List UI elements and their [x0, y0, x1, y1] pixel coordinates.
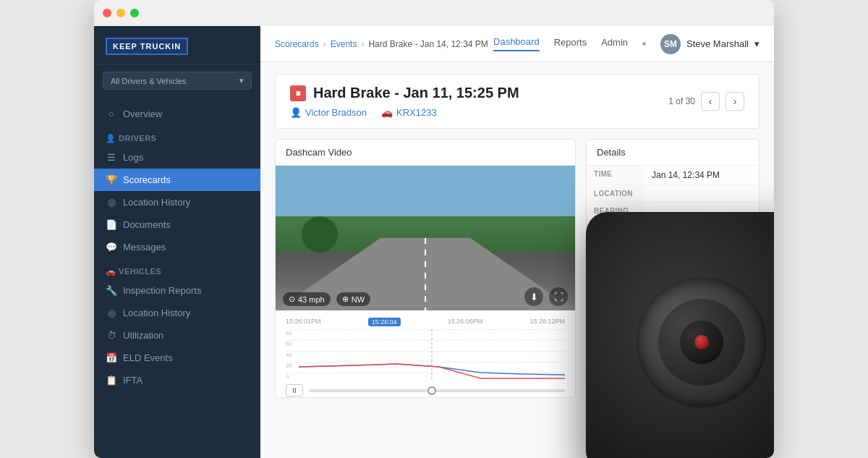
sidebar-item-label: Documents	[123, 219, 171, 230]
sidebar-item-logs[interactable]: ☰ Logs	[94, 146, 260, 169]
dashcam-label: Dashcam Video	[276, 140, 575, 166]
sidebar-item-ifta[interactable]: 📋 IFTA	[94, 369, 260, 391]
scrubber-track[interactable]	[309, 389, 565, 392]
detail-key-time: TIME	[587, 166, 644, 185]
app-window: KEEP TRUCKIN All Drivers & Vehicles ▾ ○ …	[94, 0, 774, 458]
sidebar-item-messages[interactable]: 💬 Messages	[94, 236, 260, 258]
next-page-button[interactable]: ›	[726, 92, 744, 111]
topbar-nav: Dashboard Reports Admin SM Steve Marshal…	[493, 34, 760, 54]
breadcrumb-scorecards[interactable]: Scorecards	[275, 39, 319, 49]
chart-play-button[interactable]: ⏸	[286, 384, 303, 396]
user-menu[interactable]: SM Steve Marshall ▾	[660, 34, 760, 54]
minimize-button[interactable]	[116, 9, 125, 17]
details-title: Details	[587, 140, 759, 166]
sidebar-item-location-history-drivers[interactable]: ◎ Location History	[94, 191, 260, 213]
detail-row-location: LOCATION	[587, 185, 759, 203]
location-icon: ◎	[106, 308, 117, 318]
filter-label: All Drivers & Vehicles	[111, 77, 187, 85]
sidebar-item-eld-events[interactable]: 📅 ELD Events	[94, 347, 260, 369]
group-icon: 👤	[106, 134, 116, 143]
prev-page-button[interactable]: ‹	[701, 92, 720, 111]
svg-point-3	[302, 216, 338, 253]
maximize-button[interactable]	[130, 9, 139, 17]
detail-val-time: Jan 14, 12:34 PM	[644, 166, 727, 185]
detail-row-time: TIME Jan 14, 12:34 PM	[587, 166, 759, 185]
nav-admin[interactable]: Admin	[601, 37, 628, 51]
sidebar-item-scorecards[interactable]: 🏆 Scorecards	[94, 169, 260, 191]
pagination-count: 1 of 30	[668, 96, 695, 106]
drivers-group-label: 👤 Drivers	[94, 125, 260, 146]
avatar: SM	[660, 34, 681, 54]
sidebar-item-label: IFTA	[123, 375, 142, 386]
logs-icon: ☰	[106, 152, 117, 163]
speed-badge: ⊙ 43 mph	[283, 292, 331, 306]
driver-filter-button[interactable]: All Drivers & Vehicles ▾	[103, 72, 252, 90]
event-header-left: ■ Hard Brake - Jan 11, 15:25 PM 👤 Victor…	[290, 85, 519, 118]
chart-area: 80 60 40 20	[286, 329, 565, 380]
camera-device	[586, 212, 774, 458]
overview-icon: ○	[106, 109, 117, 119]
messages-icon: 💬	[106, 242, 117, 253]
topbar: Scorecards › Events › Hard Brake - Jan 1…	[260, 26, 774, 62]
camera-lens-core	[694, 335, 709, 349]
camera-lens-mid	[658, 299, 745, 386]
hard-brake-icon: ■	[290, 85, 306, 101]
trees-left	[291, 209, 349, 253]
breadcrumb: Scorecards › Events › Hard Brake - Jan 1…	[275, 39, 488, 49]
sidebar-nav: ○ Overview 👤 Drivers ☰ Logs 🏆 Scorecards…	[94, 103, 260, 391]
documents-icon: 📄	[106, 219, 117, 230]
location-icon: ◎	[106, 197, 117, 208]
sidebar-item-label: Scorecards	[123, 174, 171, 185]
sidebar-item-documents[interactable]: 📄 Documents	[94, 213, 260, 236]
driver-icon: 👤	[290, 107, 302, 118]
scrubber-thumb[interactable]	[427, 386, 436, 395]
logo-truckin: TRUCKIN	[140, 42, 182, 51]
close-button[interactable]	[103, 9, 111, 17]
sidebar-item-location-history-vehicles[interactable]: ◎ Location History	[94, 302, 260, 324]
sidebar-item-label: Location History	[123, 197, 190, 208]
sidebar-item-label: Messages	[123, 242, 166, 253]
speed-value: 43 mph	[298, 295, 325, 304]
eld-icon: 📅	[106, 352, 117, 363]
breadcrumb-arrow: ›	[361, 39, 364, 49]
event-title-row: ■ Hard Brake - Jan 11, 15:25 PM	[290, 85, 519, 101]
scorecards-icon: 🏆	[106, 174, 117, 185]
sidebar-item-label: Overview	[123, 109, 162, 119]
sidebar-item-label: Utilization	[123, 330, 163, 341]
nav-dashboard[interactable]: Dashboard	[493, 36, 540, 51]
vehicle-icon: 🚗	[381, 107, 393, 118]
vehicle-info[interactable]: 🚗 KRX1233	[381, 107, 437, 118]
nav-reports[interactable]: Reports	[554, 37, 587, 51]
detail-key-location: LOCATION	[587, 185, 644, 202]
event-header: ■ Hard Brake - Jan 11, 15:25 PM 👤 Victor…	[275, 74, 760, 129]
video-container: ⊙ 43 mph ⊕ NW ⬇	[276, 166, 575, 310]
compass-icon: ⊕	[342, 294, 349, 304]
driver-info[interactable]: 👤 Victor Bradson	[290, 107, 367, 118]
video-overlay: ⊙ 43 mph ⊕ NW ⬇	[276, 283, 575, 310]
breadcrumb-events[interactable]: Events	[331, 39, 357, 49]
fullscreen-button[interactable]: ⛶	[549, 287, 568, 306]
chart-time-3: 15:26:06PM	[448, 318, 483, 326]
driver-name: Victor Bradson	[305, 107, 367, 118]
group-icon: 🚗	[106, 267, 116, 276]
pagination: 1 of 30 ‹ ›	[668, 92, 744, 111]
breadcrumb-current: Hard Brake - Jan 14, 12:34 PM	[368, 39, 488, 49]
breadcrumb-arrow: ›	[323, 39, 326, 49]
sidebar-item-overview[interactable]: ○ Overview	[94, 103, 260, 125]
user-chevron-icon: ▾	[754, 38, 760, 49]
sidebar-item-label: Logs	[123, 152, 143, 163]
title-bar	[94, 0, 774, 26]
filter-section: All Drivers & Vehicles ▾	[94, 64, 260, 97]
sidebar-item-utilization[interactable]: ⏱ Utilization	[94, 324, 260, 347]
user-name: Steve Marshall	[686, 38, 749, 49]
filter-chevron-icon: ▾	[239, 76, 244, 85]
event-title: Hard Brake - Jan 11, 15:25 PM	[313, 85, 519, 101]
sidebar-item-inspection-reports[interactable]: 🔧 Inspection Reports	[94, 279, 260, 302]
camera-lens-inner	[680, 321, 723, 364]
chart-time-1: 15:26:01PM	[286, 318, 321, 326]
logo-keep: KEEP	[113, 42, 140, 51]
direction-badge: ⊕ NW	[336, 292, 370, 306]
download-button[interactable]: ⬇	[524, 287, 543, 306]
chart-svg	[299, 329, 565, 380]
sidebar-logo: KEEP TRUCKIN	[94, 26, 260, 64]
